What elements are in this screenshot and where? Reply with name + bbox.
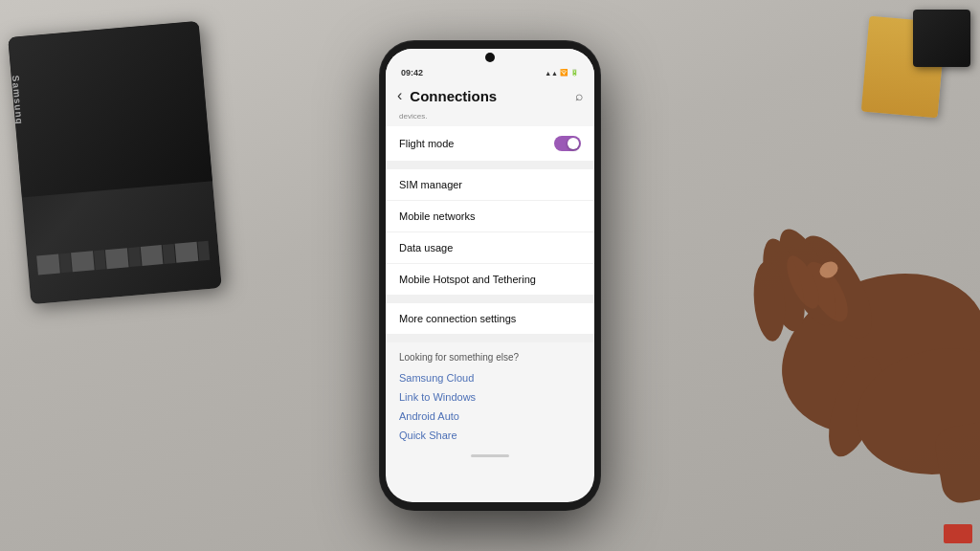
section-gap-3: [386, 335, 594, 342]
quick-share-link[interactable]: Quick Share: [399, 426, 581, 445]
more-connection-label: More connection settings: [399, 313, 516, 324]
flight-mode-label: Flight mode: [399, 138, 454, 149]
data-usage-label: Data usage: [399, 242, 453, 253]
status-bar: 09:42 ▲▲ 🛜 🔋: [386, 62, 594, 79]
back-button[interactable]: ‹: [397, 87, 402, 104]
samsung-box: Samsung Galaxy S25 Ultra: [8, 21, 222, 304]
red-sticker: [944, 524, 972, 543]
scroll-indicator: [471, 454, 509, 457]
mobile-networks-item[interactable]: Mobile networks: [386, 201, 594, 232]
sub-label: devices.: [386, 110, 594, 126]
app-bar: ‹ Connections ⌕: [386, 79, 594, 110]
mobile-networks-label: Mobile networks: [399, 210, 475, 222]
section-gap-1: [386, 162, 594, 169]
looking-section: Looking for something else? Samsung Clou…: [386, 342, 594, 449]
flight-mode-item[interactable]: Flight mode: [386, 126, 594, 162]
battery-icon: 🔋: [570, 69, 579, 77]
more-connection-item[interactable]: More connection settings: [386, 303, 594, 335]
samsung-cloud-link[interactable]: Samsung Cloud: [399, 368, 581, 387]
search-icon[interactable]: ⌕: [575, 88, 583, 103]
status-time: 09:42: [401, 68, 423, 77]
status-icons: ▲▲ 🛜 🔋: [545, 69, 579, 77]
phone-screen: 09:42 ▲▲ 🛜 🔋 ‹ Connections ⌕ devices. Fl…: [386, 49, 594, 502]
section-gap-2: [386, 296, 594, 303]
mobile-hotspot-item[interactable]: Mobile Hotspot and Tethering: [386, 264, 594, 296]
barcode: [36, 241, 210, 276]
black-device-item: [913, 10, 970, 67]
phone-device: 09:42 ▲▲ 🛜 🔋 ‹ Connections ⌕ devices. Fl…: [380, 41, 600, 510]
wifi-icon: 🛜: [560, 69, 568, 77]
sim-manager-label: SIM manager: [399, 179, 462, 190]
data-usage-item[interactable]: Data usage: [386, 232, 594, 264]
flight-mode-toggle[interactable]: [554, 136, 581, 151]
link-to-windows-link[interactable]: Link to Windows: [399, 387, 581, 407]
camera-cutout: [485, 53, 495, 62]
android-auto-link[interactable]: Android Auto: [399, 407, 581, 426]
settings-content: devices. Flight mode SIM manager Mobile …: [386, 110, 594, 461]
signal-icon: ▲▲: [545, 70, 558, 77]
sim-manager-item[interactable]: SIM manager: [386, 169, 594, 201]
looking-title: Looking for something else?: [399, 352, 581, 363]
mobile-hotspot-label: Mobile Hotspot and Tethering: [399, 274, 536, 285]
page-title: Connections: [410, 88, 575, 104]
